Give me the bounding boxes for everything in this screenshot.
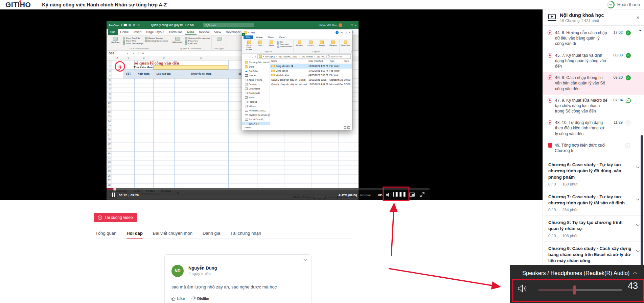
tab-tổng-quan[interactable]: Tổng quan xyxy=(95,231,116,239)
row-header[interactable]: 17 xyxy=(107,133,112,138)
nav-item[interactable]: Desktop xyxy=(242,82,270,86)
nav-item[interactable]: Done xyxy=(242,65,270,69)
explorer-ribbon-button[interactable]: New folder xyxy=(341,40,351,46)
nav-item[interactable]: DATA (F:) xyxy=(242,122,270,125)
breadcrumb-segment[interactable]: 100_Online xyxy=(301,55,313,58)
chapter-item[interactable]: Chương 8: Tự tay tạo chương trình quản l… xyxy=(543,216,644,241)
explorer-ribbon-small-button[interactable]: New item xyxy=(352,41,352,43)
sidebar-close-icon[interactable]: × xyxy=(637,15,639,20)
tab-tải-chứng-nhận[interactable]: Tải chứng nhận xyxy=(230,231,261,239)
sidebar-scrollbar[interactable] xyxy=(641,135,643,268)
row-header[interactable]: 21 xyxy=(107,152,112,156)
chevron-down-icon[interactable] xyxy=(636,197,640,200)
player-progress-track[interactable] xyxy=(107,188,430,190)
excel-menu-page-layout[interactable]: Page Layout xyxy=(144,29,166,35)
explorer-ribbon-button[interactable]: Copy xyxy=(255,40,265,46)
lesson-item[interactable]: 45. 7. Kỹ thuật tạo và định dạng bảng qu… xyxy=(543,50,644,72)
comment-author[interactable]: Nguyễn Dung xyxy=(188,266,217,271)
explorer-search-box[interactable]: Search File xyxy=(326,54,351,59)
tab-đánh-giá[interactable]: Đánh giá xyxy=(203,231,220,239)
column-header[interactable]: E xyxy=(200,56,202,59)
comment-collapse-icon[interactable] xyxy=(303,257,307,260)
row-header[interactable]: 14 xyxy=(107,120,112,125)
download-video-button[interactable]: Tải xuống video xyxy=(94,213,137,222)
row-header[interactable]: 5 xyxy=(107,79,112,83)
lesson-item[interactable]: 47. 9. Kỹ thuật sửa Macro để tạo chức nă… xyxy=(543,95,644,117)
explorer-maximize-icon[interactable]: □ xyxy=(345,31,347,34)
column-header[interactable]: B xyxy=(128,56,129,59)
explorer-menu-view[interactable]: View xyxy=(277,36,286,39)
details-view-icon[interactable] xyxy=(344,126,346,129)
nav-item[interactable]: Music xyxy=(242,95,270,100)
column-header[interactable]: D xyxy=(163,56,164,59)
ribbon-button[interactable]: Get Data xyxy=(110,36,121,44)
explorer-help-icon[interactable]: ? xyxy=(336,31,339,34)
ribbon-small-button[interactable]: From Web xyxy=(123,40,143,42)
lesson-item[interactable]: 48. 10. Tự động định dạng theo điều kiện… xyxy=(543,117,644,140)
explorer-close-icon[interactable]: × xyxy=(349,31,350,34)
scroll-up-icon[interactable]: ▲ xyxy=(639,28,642,32)
nav-item[interactable]: Chương 04 - Hàm tín xyxy=(242,60,270,65)
row-header[interactable]: 7 xyxy=(107,88,112,93)
row-header[interactable]: 26 xyxy=(107,175,112,179)
ribbon-button[interactable]: Refresh All xyxy=(172,36,183,44)
row-header[interactable]: 20 xyxy=(107,147,112,152)
nav-item[interactable]: Windows 10 (C:) xyxy=(242,108,270,113)
explorer-ribbon-button[interactable]: Copy to xyxy=(306,40,316,46)
list-column-header[interactable]: Name xyxy=(270,59,307,64)
ribbon-button[interactable] xyxy=(213,36,225,41)
nav-item[interactable]: Local Disk (E:) xyxy=(242,117,270,122)
excel-minimize-icon[interactable]: ─ xyxy=(347,24,349,27)
nav-item[interactable]: Documents xyxy=(242,86,270,91)
row-header[interactable]: 8 xyxy=(107,93,112,97)
row-header[interactable]: 4 xyxy=(107,74,112,79)
column-header[interactable]: C xyxy=(143,56,144,59)
lesson-item[interactable]: 46. 8. Cách nhập thông tin văn bản cần q… xyxy=(543,72,644,95)
chevron-down-icon[interactable] xyxy=(636,223,640,226)
chevron-down-icon[interactable] xyxy=(636,249,640,252)
ribbon-small-button[interactable]: From Text/CSV xyxy=(123,37,143,39)
excel-menu-data[interactable]: Data xyxy=(185,29,197,35)
list-column-header[interactable]: Type xyxy=(328,59,343,64)
chapter-item[interactable]: Chương 6: Case study - Tự tay tạo chương… xyxy=(543,158,644,190)
row-header[interactable]: 19 xyxy=(107,143,112,147)
nav-item[interactable]: System Reserved (D:) xyxy=(242,113,270,117)
volume-slider-thumb[interactable] xyxy=(573,285,576,295)
row-header[interactable]: 23 xyxy=(107,161,112,166)
file-row[interactable]: xQuản lý công văn giấy tờ - Kết quả17/03… xyxy=(270,82,352,87)
fullscreen-icon[interactable] xyxy=(420,192,424,198)
excel-close-icon[interactable]: × xyxy=(355,24,356,27)
row-header[interactable]: 18 xyxy=(107,138,112,143)
row-header[interactable]: 11 xyxy=(107,106,112,111)
file-row[interactable]: Công văn đến18/02/2021 4:23 PMFile folde… xyxy=(270,64,352,69)
ribbon-small-button[interactable]: Queries & Connections xyxy=(185,37,210,39)
explorer-menu-home[interactable]: Home xyxy=(254,36,265,39)
excel-maximize-icon[interactable]: □ xyxy=(351,24,352,27)
excel-menu-file[interactable]: File xyxy=(108,29,118,35)
excel-menu-insert[interactable]: Insert xyxy=(131,29,144,35)
gitiho-logo[interactable]: GITIHO xyxy=(5,1,31,9)
file-row[interactable]: Công văn đi17/03/2021 5:12 PMFile folder xyxy=(270,69,352,73)
explorer-ribbon-button[interactable]: Rename xyxy=(328,40,338,46)
excel-menu-view[interactable]: View xyxy=(212,29,223,35)
row-header[interactable]: 10 xyxy=(107,102,112,106)
autosave-toggle[interactable] xyxy=(121,24,127,26)
redo-icon[interactable]: ↻ xyxy=(137,23,140,27)
undo-icon[interactable]: ↺ xyxy=(133,23,136,27)
explorer-ribbon-small-button[interactable]: Easy access xyxy=(352,43,352,45)
pause-button[interactable] xyxy=(112,193,115,197)
row-header[interactable]: 6 xyxy=(107,83,112,88)
audio-device-name[interactable]: Speakers / Headphones (Realtek(R) Audio) xyxy=(522,270,629,276)
explorer-ribbon-button[interactable]: Delete xyxy=(317,40,327,46)
explorer-address-box[interactable]: «DATA (F:)›032_GITIHO_2021›100_Online›13… xyxy=(257,54,325,59)
excel-menu-developer[interactable]: Developer xyxy=(224,29,243,35)
picture-in-picture-icon[interactable] xyxy=(409,193,415,197)
device-collapse-icon[interactable] xyxy=(633,272,637,276)
breadcrumb-segment[interactable]: 131_HCNS xyxy=(317,55,325,58)
hd-button[interactable]: HD xyxy=(378,193,383,197)
lesson-item[interactable]: 44. 6. Hướng dẫn cách nhập dữ liệu vào b… xyxy=(543,27,644,50)
speaker-icon[interactable] xyxy=(518,284,528,294)
row-header[interactable]: 12 xyxy=(107,111,112,116)
excel-menu-formulas[interactable]: Formulas xyxy=(167,29,185,35)
row-header[interactable]: 16 xyxy=(107,129,112,134)
